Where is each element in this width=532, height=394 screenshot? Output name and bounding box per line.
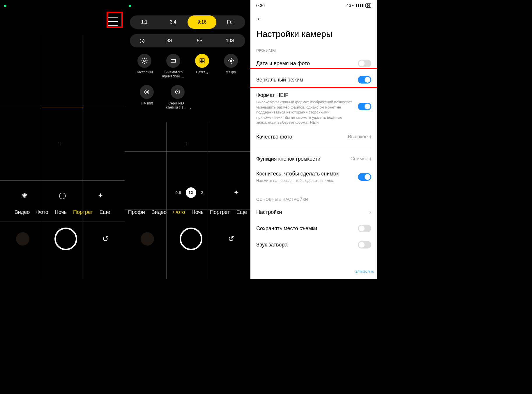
mode-portrait[interactable]: Портрет — [73, 209, 93, 215]
setting-tap-to-shoot[interactable]: Коснитесь, чтобы сделать снимок Нажмите … — [250, 166, 377, 188]
svg-point-4 — [145, 90, 149, 94]
privacy-indicator-dot — [129, 5, 131, 7]
capabilities-row-1: Настройки Кинематогр афический … Сетка◢ … — [130, 54, 245, 79]
status-time: 0:36 — [256, 3, 265, 8]
mode-selector[interactable]: Профи Видео Фото Ночь Портрет Еще — [125, 209, 250, 215]
setting-title: Дата и время на фото — [256, 61, 354, 67]
timer-10s[interactable]: 10S — [215, 38, 245, 43]
tilt-shift-capability[interactable]: Tilt-shift — [133, 85, 160, 110]
cinematic-capability[interactable]: Кинематогр афический … — [160, 54, 187, 79]
flip-camera-icon[interactable]: ↺ — [228, 235, 234, 244]
aspect-ratio-selector[interactable]: 1:1 3:4 9:16 Full — [130, 15, 245, 29]
grid-line — [208, 122, 208, 279]
aperture-icon[interactable]: ◯ — [59, 192, 66, 199]
brightness-icon[interactable]: ✺ — [22, 192, 27, 199]
mode-more[interactable]: Еще — [100, 209, 110, 215]
mode-selector[interactable]: Видео Фото Ночь Портрет Еще — [0, 209, 125, 215]
zoom-0-6[interactable]: 0.6 — [175, 190, 181, 195]
setting-title: Зеркальный режим — [256, 77, 354, 83]
mode-photo[interactable]: Фото — [36, 209, 48, 215]
grid-capability[interactable]: Сетка◢ — [189, 54, 215, 79]
setting-shutter-sound[interactable]: Звук затвора — [250, 237, 377, 253]
setting-mirror[interactable]: Зеркальный режим — [250, 72, 377, 88]
timer-5s[interactable]: 5S — [185, 38, 215, 43]
viewfinder[interactable]: + — [125, 122, 250, 279]
toggle-save-location[interactable] — [358, 225, 371, 232]
privacy-indicator-dot — [4, 5, 6, 7]
mode-video[interactable]: Видео — [151, 209, 167, 215]
signal-icon: ▮▮▮▮ — [356, 3, 364, 8]
timer-selector[interactable]: 3S 5S 10S — [130, 34, 245, 47]
caret-icon: ◢ — [189, 107, 191, 110]
zoom-1x[interactable]: 1X — [186, 187, 196, 198]
setting-volume-buttons[interactable]: Функция кнопок громкости Снимок▴▾ — [250, 152, 377, 166]
burst-capability[interactable]: Серийная съемка с т…◢ — [164, 85, 191, 110]
menu-icon[interactable] — [108, 17, 118, 26]
macro-capability[interactable]: Макро — [218, 54, 244, 79]
setting-save-location[interactable]: Сохранять место съемки — [250, 220, 377, 237]
setting-title: Настройки — [256, 209, 365, 215]
cap-label: Кинематогр афический … — [160, 70, 186, 79]
mode-night[interactable]: Ночь — [55, 209, 67, 215]
focus-crosshair: + — [184, 140, 188, 148]
setting-heif[interactable]: Формат HEIF Высокоэффективный формат изо… — [250, 88, 377, 129]
section-header-modes: РЕЖИМЫ — [250, 46, 377, 55]
section-header-main: ОСНОВНЫЕ НАСТРОЙКИ — [250, 195, 377, 204]
svg-point-1 — [144, 60, 145, 62]
shutter-button[interactable] — [180, 228, 202, 250]
setting-subtitle: Нажмите на превью, чтобы сделать снимок. — [256, 178, 354, 183]
setting-title: Функция кнопок громкости — [256, 156, 346, 162]
toggle-mirror[interactable] — [358, 76, 371, 84]
caret-icon: ◢ — [206, 72, 208, 74]
filter-icon[interactable]: ✦ — [98, 192, 103, 199]
settings-capability[interactable]: Настройки — [131, 54, 158, 79]
flip-camera-icon[interactable]: ↺ — [102, 235, 109, 244]
setting-subtitle: Высокоэффективный формат изображений поз… — [256, 100, 354, 125]
shutter-button[interactable] — [54, 228, 77, 250]
setting-title: Формат HEIF — [256, 92, 354, 98]
toggle-datetime[interactable] — [358, 60, 371, 67]
flower-icon — [224, 54, 238, 68]
status-bar: 0:36 4G+ ▮▮▮▮ 66 — [250, 0, 377, 11]
thumbnail-button[interactable] — [16, 232, 29, 246]
aspect-3-4[interactable]: 3:4 — [159, 19, 188, 25]
cap-label: Настройки — [136, 70, 153, 74]
timer-3s[interactable]: 3S — [154, 38, 184, 43]
mode-photo[interactable]: Фото — [173, 209, 185, 215]
zoom-selector[interactable]: 0.6 1X 2 — [175, 187, 203, 198]
aspect-full[interactable]: Full — [216, 19, 245, 25]
aspect-1-1[interactable]: 1:1 — [130, 19, 159, 25]
setting-title: Звук затвора — [256, 242, 354, 248]
toggle-heif[interactable] — [358, 103, 371, 110]
mode-night[interactable]: Ночь — [192, 209, 204, 215]
timer-off-icon[interactable] — [130, 38, 154, 44]
zoom-toolbar: 0.6 1X 2 ✦ — [125, 187, 250, 198]
svg-point-5 — [146, 91, 148, 93]
mode-pro[interactable]: Профи — [128, 209, 145, 215]
dropdown-arrows-icon: ▴▾ — [370, 135, 371, 139]
mode-more[interactable]: Еще — [236, 209, 247, 215]
zoom-2[interactable]: 2 — [201, 190, 203, 195]
shutter-row: ↺ — [0, 228, 125, 250]
camera-screen-center: 1:1 3:4 9:16 Full 3S 5S 10S Настройки Ки… — [125, 0, 250, 279]
camera-screen-left: + ✺ ◯ ✦ Видео Фото Ночь Портрет Еще ↺ — [0, 0, 125, 279]
toggle-shutter-sound[interactable] — [358, 241, 371, 249]
toggle-tap-to-shoot[interactable] — [358, 173, 371, 181]
mode-portrait[interactable]: Портрет — [210, 209, 230, 215]
aspect-9-16[interactable]: 9:16 — [188, 15, 216, 29]
setting-settings-link[interactable]: Настройки › — [250, 204, 377, 220]
cap-label: Серийная съемка с т… — [164, 101, 189, 110]
dropdown-arrows-icon: ▴▾ — [370, 157, 371, 161]
page-title: Настройки камеры — [250, 27, 377, 46]
shutter-row: ↺ — [125, 228, 250, 250]
filter-icon[interactable]: ✦ — [234, 189, 239, 196]
chevron-right-icon: › — [369, 208, 371, 216]
thumbnail-button[interactable] — [141, 232, 154, 246]
mode-video[interactable]: Видео — [15, 209, 30, 215]
back-button[interactable]: ← — [250, 11, 377, 27]
gear-icon — [137, 54, 151, 68]
camera-settings-screen: 0:36 4G+ ▮▮▮▮ 66 ← Настройки камеры РЕЖИ… — [250, 0, 377, 279]
grid-line — [166, 122, 167, 279]
setting-quality[interactable]: Качество фото Высокое▴▾ — [250, 129, 377, 144]
battery-icon: 66 — [365, 3, 371, 8]
